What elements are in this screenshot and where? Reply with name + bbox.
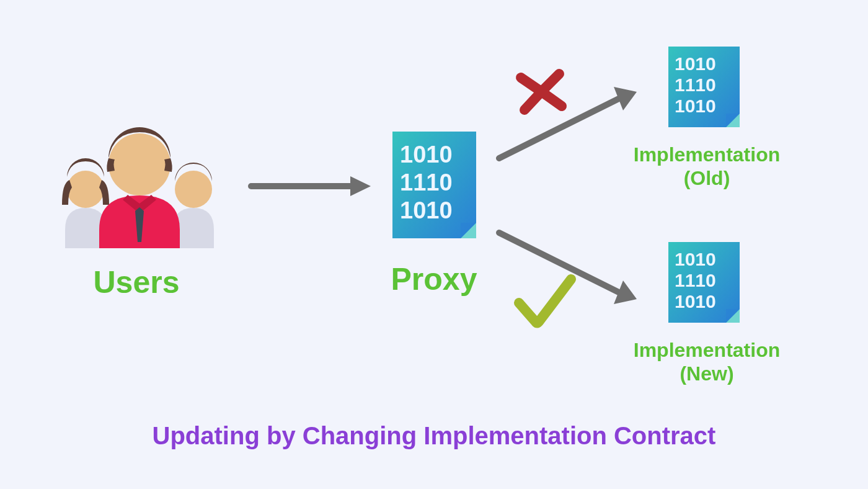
arrow-users-to-proxy-icon [248, 168, 372, 207]
users-icon [56, 118, 223, 251]
check-mark-icon [512, 273, 580, 338]
cross-mark-icon [513, 65, 569, 123]
svg-point-1 [175, 171, 212, 208]
implementation-old-document-icon: 1010 1110 1010 [668, 47, 740, 130]
implementation-new-label: Implementation (New) [620, 338, 794, 386]
diagram-caption: Updating by Changing Implementation Cont… [0, 422, 868, 450]
svg-text:1010: 1010 [675, 249, 716, 269]
svg-text:1010: 1010 [675, 291, 716, 312]
proxy-label: Proxy [372, 261, 496, 298]
proxy-document-icon: 1010 1110 1010 [392, 132, 476, 241]
users-label: Users [56, 264, 217, 301]
implementation-new-document-icon: 1010 1110 1010 [668, 242, 740, 325]
svg-text:1110: 1110 [675, 270, 716, 290]
svg-point-2 [108, 133, 170, 195]
svg-text:1010: 1010 [675, 96, 716, 116]
svg-text:1010: 1010 [400, 197, 453, 223]
svg-text:1010: 1010 [400, 141, 453, 168]
svg-text:1110: 1110 [400, 169, 453, 195]
svg-text:1010: 1010 [675, 53, 716, 74]
svg-text:1110: 1110 [675, 74, 716, 95]
svg-marker-22 [350, 176, 371, 196]
implementation-old-label: Implementation (Old) [620, 143, 794, 191]
